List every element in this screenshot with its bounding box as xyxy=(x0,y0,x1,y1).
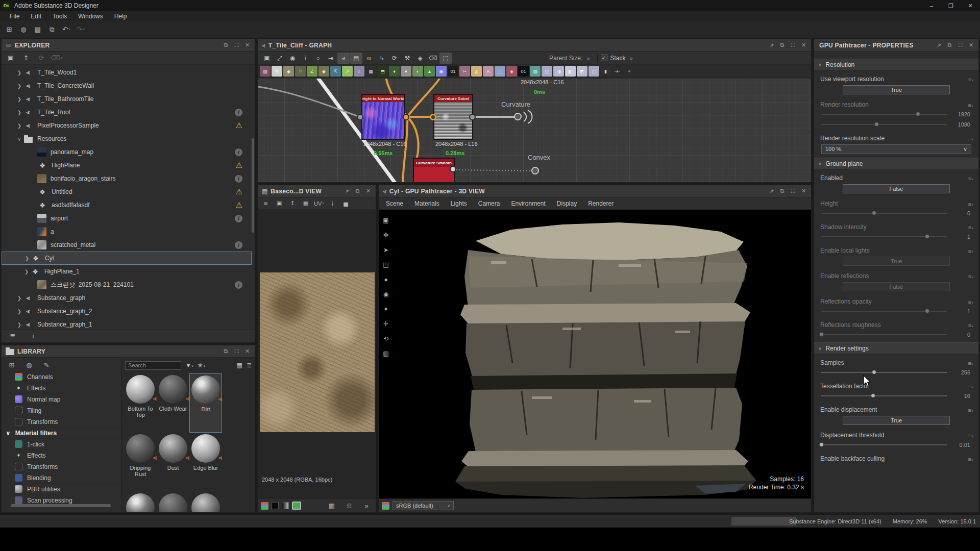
tree-item-substance-graph-1[interactable]: ❯⪡Substance_graph_1 xyxy=(2,318,252,329)
clean-icon[interactable]: ⌫ xyxy=(427,53,439,64)
prop-use-viewport-resolution-button[interactable]: True xyxy=(843,85,950,94)
library-item-bottom-to-top[interactable]: ⪡Bottom To Top xyxy=(124,373,157,433)
tree-item-panorama-map[interactable]: panorama_mapi xyxy=(2,145,252,159)
close-panel-icon[interactable]: ✕ xyxy=(798,186,809,196)
grid-view-icon[interactable]: ▦ xyxy=(237,362,242,369)
slider-track[interactable] xyxy=(821,444,947,445)
slider-track[interactable] xyxy=(821,124,947,125)
tree-view-icon[interactable]: ≣ xyxy=(7,330,19,342)
export-icon[interactable]: ↥ xyxy=(20,52,32,64)
tree-item--2025-08-21-224101[interactable]: 스크린샷_2025-08-21_224101i xyxy=(2,278,252,291)
palette-node-icon-6[interactable]: ⇱ xyxy=(330,66,341,77)
palette-node-icon-2[interactable]: ◆ xyxy=(283,66,294,77)
palette-node-icon-5[interactable]: ◆ xyxy=(318,66,329,77)
palette-node-icon-11[interactable]: ♦ xyxy=(389,66,400,77)
slider-handle[interactable] xyxy=(872,211,876,215)
slider-handle[interactable] xyxy=(874,122,879,127)
warning-badge[interactable]: ⚠ xyxy=(236,121,242,130)
prop-render-resolution-slider-1[interactable]: 1080 xyxy=(814,119,978,130)
info-icon[interactable]: i xyxy=(27,330,39,342)
slider-handle[interactable] xyxy=(916,112,920,116)
view3d-menu-renderer[interactable]: Renderer xyxy=(588,200,614,207)
float-panel-icon[interactable]: ⧉ xyxy=(777,186,788,196)
focus-icon[interactable]: ⇥ xyxy=(325,53,337,64)
tree-item-pixelprocessorsample[interactable]: ❯⪡PixelProcessorSample⚠ xyxy=(2,119,252,132)
palette-node-icon-20[interactable]: ⬚ xyxy=(495,66,505,77)
tree-item-airport[interactable]: airporti xyxy=(2,212,252,225)
property-menu-icon[interactable]: ≡˅ xyxy=(968,248,973,254)
slider-track[interactable] xyxy=(821,372,947,373)
library-category-channels[interactable]: Channels xyxy=(2,371,121,383)
list-view-icon[interactable]: ≣ xyxy=(247,362,252,369)
close-panel-icon[interactable]: ✕ xyxy=(966,40,976,51)
info-badge[interactable]: i xyxy=(235,215,242,222)
prop-enable-displacement-button[interactable]: True xyxy=(843,416,950,425)
menu-windows[interactable]: Windows xyxy=(72,11,109,21)
property-menu-icon[interactable]: ≡˅ xyxy=(968,360,973,366)
new-substance-icon[interactable]: ◍ xyxy=(17,23,30,36)
palette-node-icon-0[interactable]: ▨ xyxy=(260,66,271,77)
property-menu-icon[interactable]: ≡˅ xyxy=(968,384,973,390)
new-view-icon[interactable]: ⧈ xyxy=(261,197,271,210)
more-icon[interactable]: » xyxy=(360,499,373,512)
palette-node-icon-18[interactable]: ◭ xyxy=(471,66,482,77)
parent-size-expand-icon[interactable]: » xyxy=(586,55,590,61)
property-menu-icon[interactable]: ≡˅ xyxy=(968,456,973,462)
palette-node-icon-21[interactable]: ◈ xyxy=(506,66,517,77)
warning-badge[interactable]: ⚠ xyxy=(236,161,242,169)
tree-item-t-tile-concretewall[interactable]: ❯⪡T_Tile_ConcreteWall xyxy=(2,79,252,92)
pipe-routing-icon[interactable]: ↳ xyxy=(376,53,388,64)
float-panel-icon[interactable]: ⧉ xyxy=(777,40,788,51)
pin-panel-icon[interactable]: 📌︎ xyxy=(341,186,352,196)
library-category-pbr-utilities[interactable]: PBR utilities xyxy=(2,484,121,495)
property-menu-icon[interactable]: ≡˅ xyxy=(968,201,973,207)
close-button[interactable]: ✕ xyxy=(961,0,980,11)
tree-item-a[interactable]: a xyxy=(2,225,252,238)
chevron-icon[interactable]: ∨ xyxy=(16,136,23,142)
slider-track[interactable] xyxy=(821,114,947,115)
prop-samples-slider[interactable]: 256 xyxy=(814,367,978,378)
actual-size-icon[interactable]: ⤢ xyxy=(274,53,286,64)
maximize-panel-icon[interactable]: ⛶ xyxy=(788,186,798,196)
frame-all-icon[interactable]: ▣ xyxy=(261,53,273,64)
explorer-scrollbar[interactable] xyxy=(252,138,254,233)
node-curvature-sobel[interactable]: Curvature Sobel xyxy=(433,94,473,140)
palette-node-icon-27[interactable]: ◩ xyxy=(577,66,587,77)
view3d-menu-camera[interactable]: Camera xyxy=(478,200,500,207)
property-menu-icon[interactable]: ≡˅ xyxy=(968,299,973,305)
prop-render-settings-section[interactable]: ∨Render settings xyxy=(814,342,978,354)
prop-height-slider[interactable]: 0 xyxy=(814,208,978,218)
tree-item-substance-graph-2[interactable]: ❯⪡Substance_graph_2 xyxy=(2,305,252,318)
tree-item-substance-graph[interactable]: ❯⪡Substance_graph xyxy=(2,291,252,305)
property-menu-icon[interactable]: ≡˅ xyxy=(968,273,973,280)
palette-node-icon-7[interactable]: ↗ xyxy=(342,66,353,77)
float-panel-icon[interactable]: ⧉ xyxy=(220,346,231,357)
input-port[interactable] xyxy=(430,114,436,120)
menu-file[interactable]: File xyxy=(4,11,25,21)
add-filter-icon[interactable]: ◍ xyxy=(23,359,35,371)
slider-track[interactable] xyxy=(821,311,947,312)
view3d-menu-environment[interactable]: Environment xyxy=(511,200,545,207)
tree-item-scratched-metal[interactable]: scratched_metali xyxy=(2,238,252,252)
uv-mode-dropdown[interactable]: UV˅ xyxy=(314,197,324,210)
save-icon[interactable]: ▣ xyxy=(5,52,17,64)
menu-help[interactable]: Help xyxy=(109,11,133,21)
tiling-icon[interactable]: ▦ xyxy=(301,197,311,210)
float-panel-icon[interactable]: ⧉ xyxy=(352,186,363,196)
info-badge[interactable]: i xyxy=(235,109,242,116)
pin-panel-icon[interactable]: 📌︎ xyxy=(766,186,777,196)
node-height-to-normal[interactable]: Height to Normal World... xyxy=(361,94,405,140)
warning-badge[interactable]: ⚠ xyxy=(236,201,242,209)
slider-handle[interactable] xyxy=(819,442,824,447)
palette-node-icon-29[interactable]: ▮ xyxy=(600,66,611,77)
maximize-button[interactable]: ❐ xyxy=(941,0,961,11)
palette-node-icon-10[interactable]: ⬒ xyxy=(377,66,388,77)
palette-node-icon-28[interactable]: ▢ xyxy=(589,66,599,77)
pin-panel-icon[interactable]: 📌︎ xyxy=(934,40,944,51)
palette-node-icon-22[interactable]: 01 xyxy=(518,66,529,77)
slider-track[interactable] xyxy=(821,395,947,396)
prop-tessellation-factor-slider[interactable]: 16 xyxy=(814,391,978,401)
property-menu-icon[interactable]: ≡˅ xyxy=(968,322,973,329)
library-category-effects[interactable]: ✶Effects xyxy=(2,383,121,394)
graph-view-icon[interactable]: ⪡ xyxy=(337,53,350,64)
